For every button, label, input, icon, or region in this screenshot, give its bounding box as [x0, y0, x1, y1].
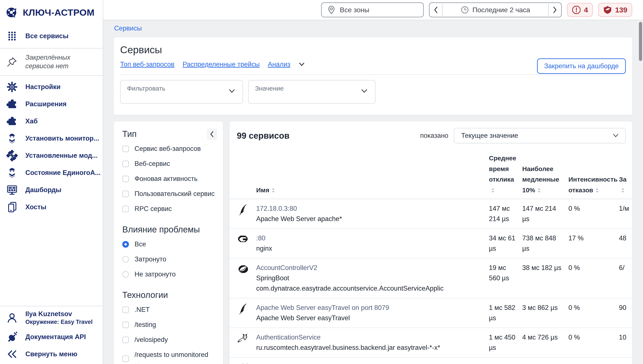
tech-option-testing[interactable]: /testing: [122, 321, 215, 328]
type-option-rpc-service[interactable]: RPC сервис: [122, 205, 215, 213]
chevron-down-icon: [361, 89, 367, 93]
sort-icon[interactable]: [621, 188, 625, 193]
tech-option-velosipedy[interactable]: /velosipedy: [122, 336, 215, 344]
sidebar-item-agent-state[interactable]: Состояние ЕдиногоА...: [0, 164, 103, 181]
collapse-menu-button[interactable]: Свернуть меню: [0, 346, 103, 363]
chevron-down-icon: [613, 134, 618, 138]
avg-response-value: 962 µs: [489, 362, 516, 364]
sort-icon[interactable]: [271, 188, 275, 193]
tech-option-dotnet[interactable]: .NET: [122, 306, 215, 314]
radio[interactable]: [122, 256, 129, 263]
scrollbar-thumb[interactable]: [639, 22, 642, 61]
checkbox[interactable]: [122, 160, 129, 167]
type-option-web-service[interactable]: Веб-сервис: [122, 160, 215, 168]
checkbox[interactable]: [122, 306, 129, 313]
checkbox[interactable]: [122, 356, 129, 362]
value-select[interactable]: Значение: [248, 80, 375, 104]
column-header-name[interactable]: Имя: [256, 185, 489, 196]
option-label: Сервис веб-запросов: [134, 145, 201, 152]
sidebar-item-all-services[interactable]: Все сервисы: [0, 28, 103, 45]
chevron-down-icon[interactable]: [299, 62, 305, 66]
table-row[interactable]: AuthenticationService ru.ruscomtech.easy…: [230, 358, 632, 364]
table-row[interactable]: AuthenticationService ru.ruscomtech.easy…: [230, 328, 632, 358]
time-range-display[interactable]: Последние 2 часа: [443, 6, 548, 14]
checkbox[interactable]: [122, 336, 129, 343]
failure-rate-value: 17 %: [568, 233, 612, 244]
sort-icon[interactable]: [537, 188, 541, 193]
table-row[interactable]: 172.18.0.3:80 Apache Web Server apache* …: [230, 199, 632, 229]
service-name-link[interactable]: AuthenticationService: [256, 362, 485, 364]
agent-icon: [6, 132, 18, 144]
tech-option-unmonitored-requests[interactable]: /requests to unmonitored ...: [122, 351, 215, 364]
agent-icon: [6, 167, 18, 179]
time-prev-button[interactable]: [430, 7, 442, 13]
checkbox[interactable]: [122, 322, 129, 328]
dashboard-monitor-icon: [6, 184, 18, 196]
type-option-background-activity[interactable]: Фоновая активность: [122, 175, 215, 183]
impact-option-all[interactable]: Все: [122, 240, 215, 248]
sidebar-item-label: Свернуть меню: [25, 350, 77, 358]
sort-icon[interactable]: [595, 188, 599, 193]
service-name-link[interactable]: AuthenticationService: [256, 332, 485, 342]
chevron-down-icon: [229, 89, 235, 93]
column-header-requests[interactable]: За: [619, 174, 632, 195]
sidebar-nav: Настройки Расширения Хаб: [0, 76, 103, 216]
service-name-link[interactable]: AccountControllerV2: [256, 263, 485, 273]
sort-icon[interactable]: [491, 188, 495, 193]
sidebar-item-label: Настройки: [25, 83, 61, 91]
zones-label: Все зоны: [340, 6, 369, 14]
sidebar-item-hosts[interactable]: Хосты: [0, 198, 103, 216]
breadcrumb[interactable]: Сервисы: [114, 24, 142, 32]
table-row[interactable]: :80 nginx 34 мс 61 µs 738 мс 848 µs 17 %…: [230, 229, 632, 258]
option-label: .NET: [134, 306, 150, 314]
shown-label: показано: [420, 132, 448, 140]
problems-badge[interactable]: 4: [567, 3, 593, 17]
page-scrollbar[interactable]: [638, 20, 643, 364]
column-header-avg-response[interactable]: Среднее время отклика: [489, 153, 516, 195]
checkbox[interactable]: [122, 146, 129, 152]
location-pin-icon: [327, 6, 335, 14]
table-row[interactable]: AccountControllerV2 SpringBoot com.dynat…: [230, 258, 632, 298]
collapse-filters-button[interactable]: [207, 128, 217, 140]
impact-option-not-affected[interactable]: Не затронуто: [122, 270, 215, 278]
shown-value-select[interactable]: Текущее значение: [454, 128, 626, 143]
sidebar-item-settings[interactable]: Настройки: [0, 78, 103, 96]
sidebar-item-label: Расширения: [25, 100, 67, 108]
analysis-link[interactable]: Анализ: [268, 60, 290, 68]
checkbox[interactable]: [122, 206, 129, 212]
time-next-button[interactable]: [549, 7, 561, 13]
radio[interactable]: [122, 271, 129, 278]
checkbox[interactable]: [122, 190, 129, 197]
grid-dots-icon: [6, 30, 18, 42]
service-name-link[interactable]: :80: [256, 233, 485, 244]
type-option-web-request-service[interactable]: Сервис веб-запросов: [122, 145, 215, 152]
user-profile[interactable]: Ilya Kuznetsov Окружение: Easy Travel: [0, 306, 103, 328]
divider: [120, 74, 626, 75]
vulnerabilities-badge[interactable]: 139: [598, 3, 632, 17]
sidebar-item-label: Документация API: [25, 333, 86, 341]
sidebar-item-api-docs[interactable]: Документация API: [0, 328, 103, 346]
sidebar-item-label: Хаб: [25, 118, 38, 125]
app-logo: КЛЮЧ-АСТРОМ: [0, 0, 103, 24]
sidebar-item-dashboards[interactable]: Дашборды: [0, 181, 103, 198]
distributed-traces-link[interactable]: Распределенные трейсы: [183, 60, 260, 68]
filter-select[interactable]: Фильтровать: [120, 80, 243, 104]
service-name-link[interactable]: Apache Web Server easyTravel on port 807…: [256, 302, 485, 313]
type-option-custom-service[interactable]: Пользовательский сервис: [122, 190, 215, 198]
pin-to-dashboard-button[interactable]: Закрепить на дашборде: [537, 58, 626, 74]
sidebar-item-hub[interactable]: Хаб: [0, 113, 103, 130]
sidebar-item-extensions[interactable]: Расширения: [0, 96, 103, 113]
sidebar-item-installed-modules[interactable]: Установленные мод...: [0, 147, 103, 164]
table-row[interactable]: Apache Web Server easyTravel on port 807…: [230, 298, 632, 328]
zones-selector[interactable]: Все зоны: [321, 2, 424, 18]
slowest10-value: 38 мс 182 µs: [522, 263, 562, 273]
radio-selected[interactable]: [122, 241, 129, 248]
top-web-requests-link[interactable]: Топ веб-запросов: [120, 60, 174, 68]
column-header-slowest-10[interactable]: Наиболее медленные 10%: [522, 164, 562, 196]
impact-option-affected[interactable]: Затронуто: [122, 256, 215, 263]
service-name-link[interactable]: 172.18.0.3:80: [256, 204, 485, 214]
sidebar-item-install-monitoring[interactable]: Установить монитор...: [0, 130, 103, 147]
puzzle-icon: [6, 98, 18, 110]
checkbox[interactable]: [122, 176, 129, 182]
column-header-failure-rate[interactable]: Интенсивность отказов: [568, 174, 612, 195]
